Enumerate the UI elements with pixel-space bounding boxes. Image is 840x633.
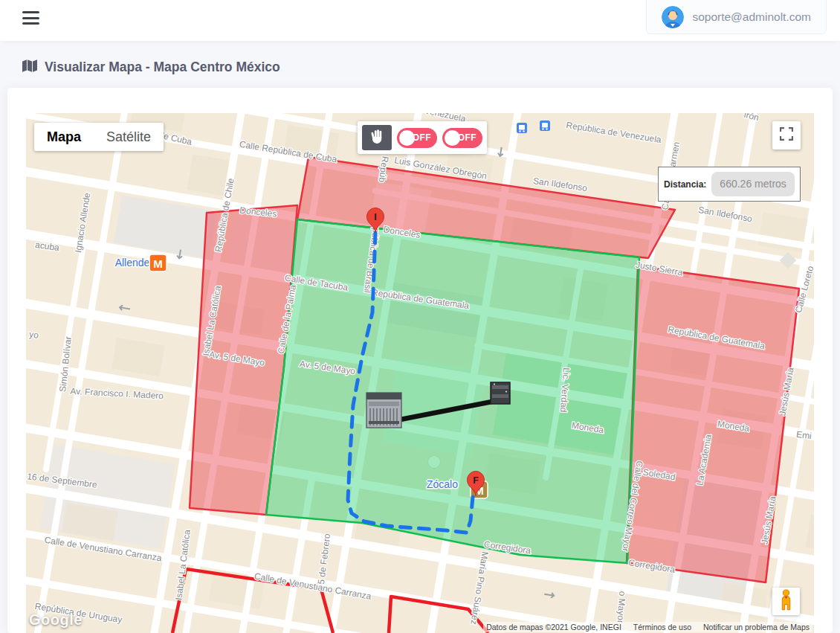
- toggle-label: OFF: [458, 128, 476, 148]
- map-attribution: Datos de mapas ©2021 Google, INEGI Térmi…: [483, 622, 812, 632]
- distance-label: Distancia:: [664, 179, 706, 190]
- bus-station-icon: [517, 123, 527, 133]
- report-problem-link[interactable]: Notificar un problema de Maps: [703, 623, 810, 632]
- street-label: Zócalo: [427, 478, 458, 490]
- draw-tools-panel: OFF OFF: [358, 121, 487, 154]
- distance-input[interactable]: 660.26 metros: [711, 172, 795, 196]
- bus-station-icon: [540, 121, 550, 131]
- fullscreen-button[interactable]: [772, 121, 801, 150]
- distance-panel: Distancia: 660.26 metros: [658, 167, 801, 202]
- map-type-control: Mapa Satélite: [34, 123, 164, 151]
- user-menu[interactable]: soporte@adminolt.com: [646, 0, 827, 34]
- street-label: Allende: [115, 257, 150, 269]
- app-window: soporte@adminolt.com Visualizar Mapa - M…: [0, 0, 840, 633]
- user-email: soporte@adminolt.com: [692, 10, 811, 24]
- google-logo[interactable]: Google: [29, 611, 83, 629]
- svg-text:I: I: [374, 212, 376, 222]
- map-type-satelite-button[interactable]: Satélite: [94, 123, 164, 151]
- map-icon: [22, 60, 38, 75]
- pegman-icon: [779, 589, 793, 614]
- street-label: yo: [28, 329, 39, 341]
- avatar: [662, 6, 684, 28]
- terms-link[interactable]: Términos de uso: [633, 623, 691, 632]
- overlay-toggle-1[interactable]: OFF: [397, 128, 437, 148]
- metro-allende-icon[interactable]: M: [149, 254, 167, 271]
- pan-tool-button[interactable]: [362, 125, 392, 150]
- svg-text:M: M: [153, 257, 163, 270]
- street-label: Emi: [795, 429, 812, 441]
- hand-icon: [369, 128, 385, 147]
- hamburger-menu-icon[interactable]: [22, 11, 40, 29]
- map-canvas[interactable]: VenezuelaRepública de Venezuelairónde Cu…: [26, 113, 814, 633]
- onu-device-icon[interactable]: [491, 382, 510, 404]
- overlay-toggle-2[interactable]: OFF: [442, 128, 482, 148]
- green-zone-polygon[interactable]: [266, 219, 639, 563]
- page-title: Visualizar Mapa - Mapa Centro México: [45, 60, 280, 75]
- attribution-text: Datos de mapas ©2021 Google, INEGI: [486, 623, 621, 632]
- pegman-button[interactable]: [772, 588, 800, 615]
- svg-text:F: F: [473, 475, 479, 486]
- topbar: soporte@adminolt.com: [0, 0, 840, 41]
- olt-device-icon[interactable]: [366, 393, 401, 428]
- map-type-mapa-button[interactable]: Mapa: [34, 123, 94, 151]
- fullscreen-icon: [780, 127, 793, 144]
- toggle-label: OFF: [413, 128, 431, 148]
- map-card: VenezuelaRepública de Venezuelairónde Cu…: [7, 88, 833, 633]
